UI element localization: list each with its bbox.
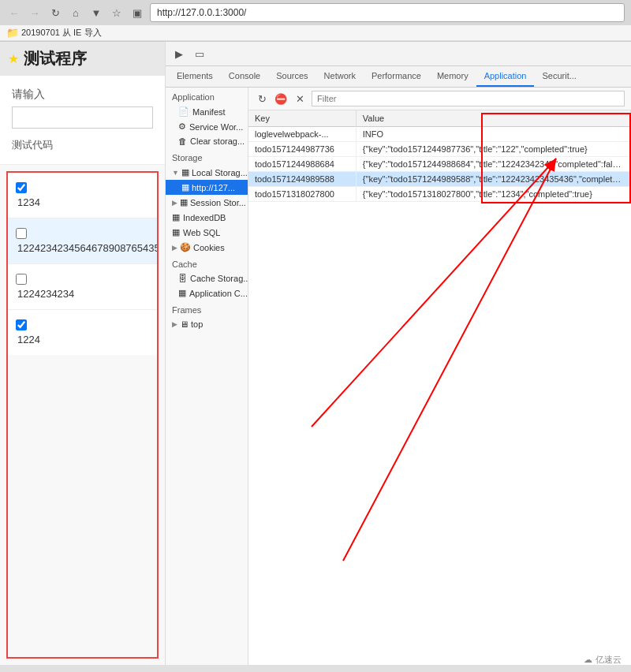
watermark: ☁ 亿速云 [584, 654, 622, 666]
code-label: 测试代码 [12, 138, 153, 152]
table-header-row: Key Value [248, 110, 631, 127]
devtools-topbar: ▶ ▭ [166, 42, 631, 66]
left-panel: ★ 测试程序 请输入 测试代码 1234 [0, 42, 166, 665]
main-window: ★ 测试程序 请输入 测试代码 1234 [0, 42, 631, 665]
cookies-icon: 🍪 [180, 242, 191, 252]
cell-value: {"key":"todo1571318027800","title":"1234… [356, 187, 630, 202]
table-row[interactable]: loglevelwebpack-... INFO [248, 127, 631, 142]
cell-value: {"key":"todo1571244988684","title":"1224… [356, 157, 630, 172]
devtools-panel: ▶ ▭ Elements Console Sources Network Per… [166, 42, 631, 665]
sidebar-item-manifest[interactable]: 📄 Manifest [166, 104, 248, 119]
sidebar-item-cookies[interactable]: ▶ 🍪 Cookies [166, 240, 248, 255]
manifest-icon: 📄 [178, 106, 189, 117]
tab-security[interactable]: Securit... [534, 66, 584, 87]
sidebar-item-app-cache[interactable]: ▦ Application C... [166, 286, 248, 301]
todo-item-4: 1224 [8, 310, 157, 355]
expand-icon-session: ▶ [172, 199, 177, 207]
clear-btn[interactable]: ✕ [293, 91, 307, 106]
text-input[interactable] [12, 106, 153, 129]
filter-input[interactable] [312, 91, 625, 106]
bookmarks-bar: 📁 20190701 从 IE 导入 [0, 25, 631, 41]
tab-memory[interactable]: Memory [429, 66, 476, 87]
refresh-btn[interactable]: ↻ [255, 91, 269, 106]
table-row[interactable]: todo1571318027800 {"key":"todo1571318027… [248, 187, 631, 202]
todo-item: 1234 [8, 173, 157, 218]
tab-application[interactable]: Application [476, 66, 535, 87]
todo-item-2: 1224234234564678908765435678 [8, 218, 157, 264]
db-icon: ▦ [181, 182, 189, 192]
folder-icon: 📁 [6, 27, 19, 39]
todo-checkbox-row-4 [16, 319, 149, 330]
todo-checkbox-row-2 [16, 228, 149, 239]
cell-key: todo1571244988684 [248, 157, 356, 172]
sidebar-item-http-local[interactable]: ▦ http://127... [166, 180, 248, 195]
todo-checkbox-2[interactable] [16, 228, 27, 239]
todo-item-3: 1224234234 [8, 264, 157, 310]
tab-sources[interactable]: Sources [268, 66, 316, 87]
todo-text-1: 1234 [17, 196, 149, 208]
browser-toolbar: ← → ↻ ⌂ ▼ ☆ ▣ http://127.0.0.1:3000/ [0, 0, 631, 25]
bookmark-button[interactable]: ☆ [109, 5, 125, 21]
sidebar-section-storage: Storage [166, 148, 248, 165]
table-row[interactable]: todo1571244987736 {"key":"todo1571244987… [248, 142, 631, 157]
star-icon: ★ [8, 51, 19, 66]
todo-text-2: 1224234234564678908765435678 [17, 242, 149, 254]
cell-key: todo1571318027800 [248, 187, 356, 202]
todo-checkbox-3[interactable] [16, 274, 27, 285]
tab-performance[interactable]: Performance [364, 66, 429, 87]
app-header: ★ 测试程序 [0, 42, 165, 76]
input-area: 请输入 测试代码 [0, 76, 165, 165]
tab-network[interactable]: Network [316, 66, 364, 87]
browser-chrome: ← → ↻ ⌂ ▼ ☆ ▣ http://127.0.0.1:3000/ 📁 2… [0, 0, 631, 42]
sidebar-item-clear-storage[interactable]: 🗑 Clear storag... [166, 134, 248, 148]
sidebar-item-service-worker[interactable]: ⚙ Service Wor... [166, 119, 248, 134]
sidebar-item-cache-storage[interactable]: 🗄 Cache Storag... [166, 271, 248, 286]
home-button[interactable]: ⌂ [68, 5, 84, 21]
indexeddb-icon: ▦ [172, 212, 180, 222]
todo-text-4: 1224 [17, 334, 149, 345]
forward-button[interactable]: → [27, 5, 43, 21]
sidebar-section-frames: Frames [166, 301, 248, 317]
todo-text-3: 1224234234 [17, 288, 149, 300]
inspect-icon[interactable]: ▶ [170, 45, 188, 62]
back-button[interactable]: ← [6, 5, 22, 21]
service-worker-icon: ⚙ [178, 121, 186, 132]
block-btn[interactable]: ⛔ [274, 91, 288, 106]
cell-key: loglevelwebpack-... [248, 127, 356, 142]
tab-console[interactable]: Console [221, 66, 268, 87]
read-button[interactable]: ▣ [129, 5, 145, 21]
address-bar[interactable]: http://127.0.0.1:3000/ [150, 3, 625, 22]
cell-key: todo1571244987736 [248, 142, 356, 157]
sidebar-item-web-sql[interactable]: ▦ Web SQL [166, 225, 248, 240]
devtools-main-wrapper: ↻ ⛔ ✕ Key Value [248, 88, 631, 665]
cache-storage-icon: 🗄 [178, 274, 187, 283]
todo-checkbox-1[interactable] [16, 182, 27, 193]
todo-checkbox-row-1 [16, 182, 149, 193]
table-row-selected[interactable]: todo1571244989588 {"key":"todo1571244989… [248, 172, 631, 187]
sidebar-item-top-frame[interactable]: ▶ 🖥 top [166, 317, 248, 331]
session-storage-icon: ▦ [180, 197, 188, 207]
cloud-icon: ☁ [584, 655, 592, 665]
device-icon[interactable]: ▭ [191, 45, 208, 62]
todo-checkbox-4[interactable] [16, 319, 27, 330]
sidebar-item-local-storage[interactable]: ▼ ▦ Local Storag... [166, 165, 248, 180]
sidebar-item-session-storage[interactable]: ▶ ▦ Session Stor... [166, 195, 248, 210]
storage-table: Key Value loglevelwebpack-... INFO [248, 110, 631, 665]
table-row[interactable]: todo1571244988684 {"key":"todo1571244988… [248, 157, 631, 172]
data-table: Key Value loglevelwebpack-... INFO [248, 110, 631, 202]
devtools-sidebar: Application 📄 Manifest ⚙ Service Wor... … [166, 88, 248, 665]
app-cache-icon: ▦ [178, 288, 186, 298]
expand-icon-top: ▶ [172, 320, 177, 328]
todo-checkbox-row-3 [16, 274, 149, 285]
devtools-toolbar: ↻ ⛔ ✕ [248, 88, 631, 110]
sidebar-item-indexeddb[interactable]: ▦ IndexedDB [166, 210, 248, 225]
bookmark-item[interactable]: 📁 20190701 从 IE 导入 [6, 27, 102, 39]
reload-button[interactable]: ↻ [47, 5, 63, 21]
history-button[interactable]: ▼ [88, 5, 104, 21]
cell-value: {"key":"todo1571244987736","title":"122"… [356, 142, 630, 157]
expand-icon-local: ▼ [172, 169, 179, 177]
sidebar-section-application: Application [166, 88, 248, 104]
tab-elements[interactable]: Elements [169, 66, 221, 87]
local-storage-icon: ▦ [181, 167, 189, 177]
cell-value: INFO [356, 127, 630, 142]
